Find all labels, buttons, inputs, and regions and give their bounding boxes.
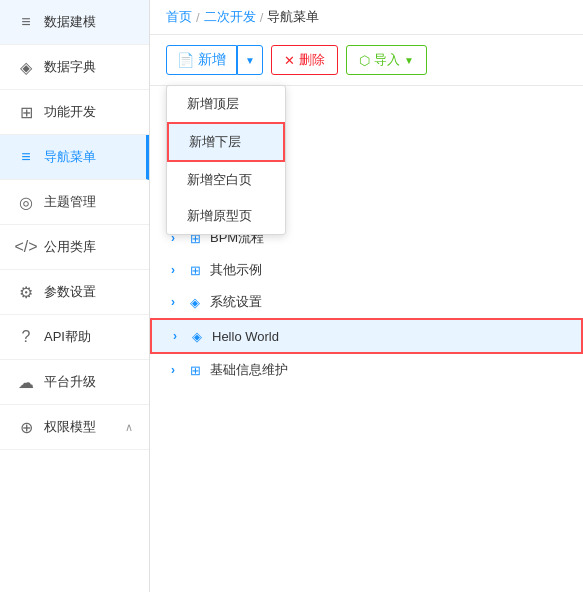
dropdown-item-add-proto[interactable]: 新增原型页: [167, 198, 285, 234]
table-icon: ≡: [16, 12, 36, 32]
breadcrumb-current: 导航菜单: [267, 8, 319, 26]
sidebar-item-label-param-settings: 参数设置: [44, 283, 96, 301]
breadcrumb-home[interactable]: 首页: [166, 8, 192, 26]
main-content: 首页 / 二次开发 / 导航菜单 📄 新增 ▼ 新增顶层新增下层新增空白页新增原…: [150, 0, 583, 592]
tree-item-system-settings[interactable]: ›◈系统设置: [150, 286, 583, 318]
toolbar: 📄 新增 ▼ 新增顶层新增下层新增空白页新增原型页 ✕ 删除 ⬡ 导入 ▼: [150, 35, 583, 86]
new-button[interactable]: 📄 新增: [166, 45, 237, 75]
sidebar-item-label-data-dictionary: 数据字典: [44, 58, 96, 76]
import-icon: ⬡: [359, 53, 370, 68]
new-dropdown-menu: 新增顶层新增下层新增空白页新增原型页: [166, 85, 286, 235]
tree-expand-icon: ›: [168, 329, 182, 343]
sidebar-item-label-permission-model: 权限模型: [44, 418, 96, 436]
import-button-label: 导入: [374, 51, 400, 69]
diamond-icon: ◈: [16, 57, 36, 77]
import-button[interactable]: ⬡ 导入 ▼: [346, 45, 427, 75]
sidebar-item-permission-model[interactable]: ⊕权限模型∧: [0, 405, 149, 450]
breadcrumb-dev[interactable]: 二次开发: [204, 8, 256, 26]
sidebar-item-param-settings[interactable]: ⚙参数设置: [0, 270, 149, 315]
gear-icon: ⚙: [16, 282, 36, 302]
sidebar-item-label-func-dev: 功能开发: [44, 103, 96, 121]
import-arrow-icon: ▼: [404, 55, 414, 66]
sidebar-item-label-data-modeling: 数据建模: [44, 13, 96, 31]
sidebar-item-label-theme-mgmt: 主题管理: [44, 193, 96, 211]
sidebar-item-label-platform-upgrade: 平台升级: [44, 373, 96, 391]
tree-item-label-other-example: 其他示例: [210, 261, 262, 279]
breadcrumb-sep2: /: [260, 10, 264, 25]
sidebar-item-api-help[interactable]: ?API帮助: [0, 315, 149, 360]
sidebar: ≡数据建模◈数据字典⊞功能开发≡导航菜单◎主题管理</>公用类库⚙参数设置?AP…: [0, 0, 150, 592]
sidebar-item-func-dev[interactable]: ⊞功能开发: [0, 90, 149, 135]
menu-icon: ≡: [16, 147, 36, 167]
dropdown-item-add-sub[interactable]: 新增下层: [167, 122, 285, 162]
expand-arrow-icon: ∧: [125, 421, 133, 434]
new-button-group: 📄 新增 ▼ 新增顶层新增下层新增空白页新增原型页: [166, 45, 263, 75]
breadcrumb-sep1: /: [196, 10, 200, 25]
sidebar-item-data-modeling[interactable]: ≡数据建模: [0, 0, 149, 45]
dropdown-item-add-blank[interactable]: 新增空白页: [167, 162, 285, 198]
cloud-icon: ☁: [16, 372, 36, 392]
tree-item-hello-world[interactable]: ›◈Hello World: [150, 318, 583, 354]
tree-expand-icon: ›: [166, 295, 180, 309]
chevron-down-icon: ▼: [245, 55, 255, 66]
sidebar-item-data-dictionary[interactable]: ◈数据字典: [0, 45, 149, 90]
sidebar-item-platform-upgrade[interactable]: ☁平台升级: [0, 360, 149, 405]
sidebar-item-theme-mgmt[interactable]: ◎主题管理: [0, 180, 149, 225]
tree-expand-icon: ›: [166, 263, 180, 277]
new-doc-icon: 📄: [177, 52, 194, 68]
question-icon: ?: [16, 327, 36, 347]
delete-button-label: 删除: [299, 51, 325, 69]
cat-icon: ◎: [16, 192, 36, 212]
sidebar-item-label-nav-menu: 导航菜单: [44, 148, 96, 166]
tree-item-base-info[interactable]: ›⊞基础信息维护: [150, 354, 583, 386]
image-icon: ⊞: [16, 102, 36, 122]
tree-item-label-hello-world: Hello World: [212, 329, 279, 344]
tree-expand-icon: ›: [166, 363, 180, 377]
breadcrumb: 首页 / 二次开发 / 导航菜单: [150, 0, 583, 35]
lock-icon: ⊕: [16, 417, 36, 437]
sidebar-item-common-lib[interactable]: </>公用类库: [0, 225, 149, 270]
sidebar-item-label-common-lib: 公用类库: [44, 238, 96, 256]
tree-item-label-base-info: 基础信息维护: [210, 361, 288, 379]
sidebar-item-label-api-help: API帮助: [44, 328, 91, 346]
tree-item-label-system-settings: 系统设置: [210, 293, 262, 311]
code-icon: </>: [16, 237, 36, 257]
sidebar-item-nav-menu[interactable]: ≡导航菜单: [0, 135, 149, 180]
folder-icon: ⊞: [186, 361, 204, 379]
new-button-label: 新增: [198, 51, 226, 69]
dropdown-item-add-top[interactable]: 新增顶层: [167, 86, 285, 122]
new-dropdown-arrow[interactable]: ▼: [237, 45, 263, 75]
delete-button[interactable]: ✕ 删除: [271, 45, 338, 75]
folder-icon: ⊞: [186, 261, 204, 279]
delete-icon: ✕: [284, 53, 295, 68]
tree-item-other-example[interactable]: ›⊞其他示例: [150, 254, 583, 286]
diamond-icon: ◈: [188, 327, 206, 345]
settings-icon: ◈: [186, 293, 204, 311]
